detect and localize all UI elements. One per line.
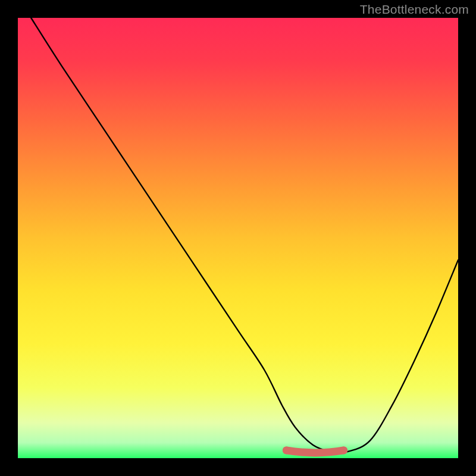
chart-frame: TheBottleneck.com [0,0,476,476]
watermark: TheBottleneck.com [360,2,469,17]
curve-layer [18,18,458,458]
main-curve [31,18,458,453]
highlight-dot-right [340,446,347,454]
plot-area [18,18,458,458]
highlight-band [286,450,343,453]
highlight-dot-left [283,446,290,454]
